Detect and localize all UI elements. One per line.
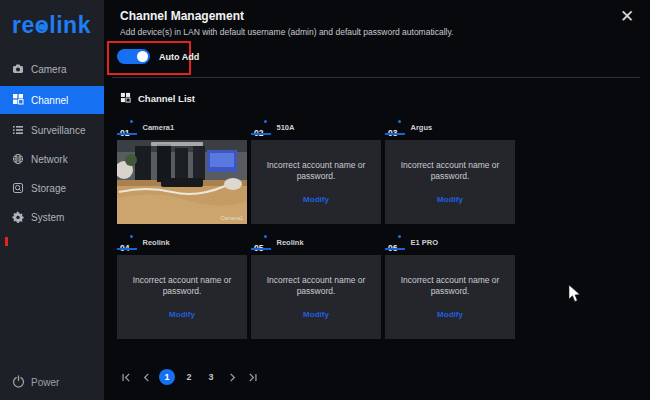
last-page-icon[interactable] xyxy=(245,369,259,385)
logo-lens-o: o xyxy=(35,12,50,38)
modify-link[interactable]: Modify xyxy=(303,310,329,319)
modify-link[interactable]: Modify xyxy=(437,195,463,204)
page-subtitle: Add device(s) in LAN with default userna… xyxy=(120,27,453,37)
channel-list-title: Channel List xyxy=(138,93,195,104)
auto-add-row: Auto Add xyxy=(117,49,199,64)
sidebar: reolink Camera Channel Surveillance xyxy=(0,0,104,400)
channel-number-underline xyxy=(385,248,405,250)
channel-name: E1 PRO xyxy=(410,238,438,247)
channel-error-text: Incorrect account name or password. xyxy=(400,160,500,181)
first-page-icon[interactable] xyxy=(119,369,133,385)
sidebar-item-label: Storage xyxy=(31,183,66,194)
channel-error-text: Incorrect account name or password. xyxy=(266,160,366,181)
network-globe-icon xyxy=(12,153,24,167)
sidebar-item-camera[interactable]: Camera xyxy=(0,57,104,82)
channel-status-dot xyxy=(264,235,267,238)
modify-link[interactable]: Modify xyxy=(437,310,463,319)
channel-status-dot xyxy=(398,235,401,238)
power-button[interactable]: Power xyxy=(0,375,59,390)
channel-error-text: Incorrect account name or password. xyxy=(266,275,366,296)
camera-preview-image xyxy=(117,140,247,224)
sidebar-item-surveillance[interactable]: Surveillance xyxy=(0,118,104,143)
toggle-knob xyxy=(137,51,148,62)
channel-number-underline xyxy=(117,133,137,135)
channel-card-body[interactable]: Incorrect account name or password. Modi… xyxy=(385,255,515,339)
sidebar-item-label: Channel xyxy=(31,95,68,106)
channel-card-head: 03 Argus xyxy=(385,122,515,139)
sidebar-item-label: System xyxy=(31,212,64,223)
channel-card-body[interactable]: Incorrect account name or password. Modi… xyxy=(117,255,247,339)
mouse-cursor xyxy=(568,284,581,307)
page-button-1[interactable]: 1 xyxy=(159,369,175,385)
page-buttons: 123 xyxy=(159,369,219,385)
channel-card: 02 510A Incorrect account name or passwo… xyxy=(251,122,381,224)
channel-card-body[interactable]: Incorrect account name or password. Modi… xyxy=(251,255,381,339)
annotation-fragment xyxy=(5,237,8,246)
camera-icon xyxy=(12,63,24,77)
sidebar-item-network[interactable]: Network xyxy=(0,147,104,172)
reolink-client-window: reolink Camera Channel Surveillance xyxy=(0,0,650,400)
sidebar-item-channel[interactable]: Channel xyxy=(0,86,104,114)
surveillance-list-icon xyxy=(12,124,24,138)
channel-card: 01 Camera1 xyxy=(117,122,247,224)
logo-text: re xyxy=(12,12,35,38)
auto-add-label: Auto Add xyxy=(159,52,199,62)
auto-add-toggle[interactable] xyxy=(117,49,150,64)
power-label: Power xyxy=(31,377,59,388)
page-title: Channel Management xyxy=(120,9,244,23)
next-page-icon[interactable] xyxy=(225,369,239,385)
storage-disk-icon xyxy=(12,182,24,196)
channel-card-head: 04 Reolink xyxy=(117,237,247,254)
channel-number-underline xyxy=(385,133,405,135)
channel-list-icon xyxy=(120,92,131,105)
sidebar-item-storage[interactable]: Storage xyxy=(0,176,104,201)
channel-card-head: 05 Reolink xyxy=(251,237,381,254)
prev-page-icon[interactable] xyxy=(139,369,153,385)
modify-link[interactable]: Modify xyxy=(303,195,329,204)
power-icon xyxy=(12,375,25,390)
channel-status-dot xyxy=(130,120,133,123)
preview-overlay-label: Camera1 xyxy=(220,215,243,221)
system-gear-icon xyxy=(12,211,24,225)
sidebar-item-label: Surveillance xyxy=(31,125,85,136)
channel-preview[interactable]: Camera1 xyxy=(117,140,247,224)
channel-card-head: 02 510A xyxy=(251,122,381,139)
main-panel: ✕ Channel Management Add device(s) in LA… xyxy=(104,0,650,400)
sidebar-item-label: Camera xyxy=(31,64,67,75)
sidebar-item-system[interactable]: System xyxy=(0,205,104,230)
channel-status-dot xyxy=(130,235,133,238)
channel-error-text: Incorrect account name or password. xyxy=(400,275,500,296)
channel-card: 04 Reolink Incorrect account name or pas… xyxy=(117,237,247,339)
reolink-logo: reolink xyxy=(0,0,104,49)
close-icon[interactable]: ✕ xyxy=(618,8,636,26)
channel-card: 05 Reolink Incorrect account name or pas… xyxy=(251,237,381,339)
sidebar-item-label: Network xyxy=(31,154,68,165)
channel-grid-icon xyxy=(12,93,24,107)
channel-card-head: 06 E1 PRO xyxy=(385,237,515,254)
page-button-3[interactable]: 3 xyxy=(203,369,219,385)
channel-card-head: 01 Camera1 xyxy=(117,122,247,139)
channel-name: Argus xyxy=(410,123,432,132)
sidebar-nav: Camera Channel Surveillance Network xyxy=(0,57,104,230)
channel-name: Camera1 xyxy=(142,123,174,132)
header-divider xyxy=(112,77,640,78)
page-button-2[interactable]: 2 xyxy=(181,369,197,385)
channel-card-body[interactable]: Incorrect account name or password. Modi… xyxy=(251,140,381,224)
channel-number-underline xyxy=(251,248,271,250)
pagination: 123 xyxy=(119,369,259,385)
channel-name: Reolink xyxy=(142,238,169,247)
channel-card-body[interactable]: Camera1 xyxy=(117,140,247,224)
channel-name: 510A xyxy=(276,123,294,132)
channel-number-underline xyxy=(117,248,137,250)
channel-grid: 01 Camera1 xyxy=(117,122,515,339)
channel-list-header: Channel List xyxy=(120,92,195,105)
channel-number-underline xyxy=(251,133,271,135)
channel-status-dot xyxy=(398,120,401,123)
channel-card-body[interactable]: Incorrect account name or password. Modi… xyxy=(385,140,515,224)
channel-card: 06 E1 PRO Incorrect account name or pass… xyxy=(385,237,515,339)
modify-link[interactable]: Modify xyxy=(169,310,195,319)
channel-card: 03 Argus Incorrect account name or passw… xyxy=(385,122,515,224)
channel-status-dot xyxy=(264,120,267,123)
channel-name: Reolink xyxy=(276,238,303,247)
logo-text-2: link xyxy=(49,12,91,38)
